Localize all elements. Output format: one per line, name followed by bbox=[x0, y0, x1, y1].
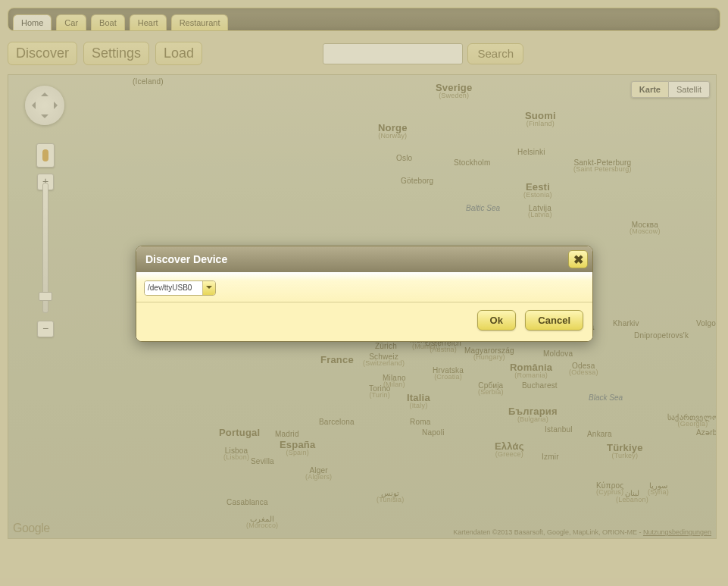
dialog-close-button[interactable]: ✖ bbox=[568, 250, 588, 268]
dialog-footer: Ok Cancel bbox=[136, 302, 592, 341]
device-combo-trigger[interactable] bbox=[202, 281, 215, 295]
dialog-ok-button[interactable]: Ok bbox=[477, 310, 516, 331]
dialog-cancel-button[interactable]: Cancel bbox=[525, 310, 583, 331]
dialog-title: Discover Device bbox=[145, 253, 227, 265]
device-combo bbox=[144, 280, 216, 296]
discover-device-dialog: Discover Device ✖ Ok Cancel bbox=[136, 246, 593, 342]
dialog-body bbox=[136, 272, 592, 302]
device-combo-input[interactable] bbox=[145, 281, 202, 295]
close-icon: ✖ bbox=[573, 252, 583, 267]
dialog-header[interactable]: Discover Device ✖ bbox=[136, 246, 592, 272]
